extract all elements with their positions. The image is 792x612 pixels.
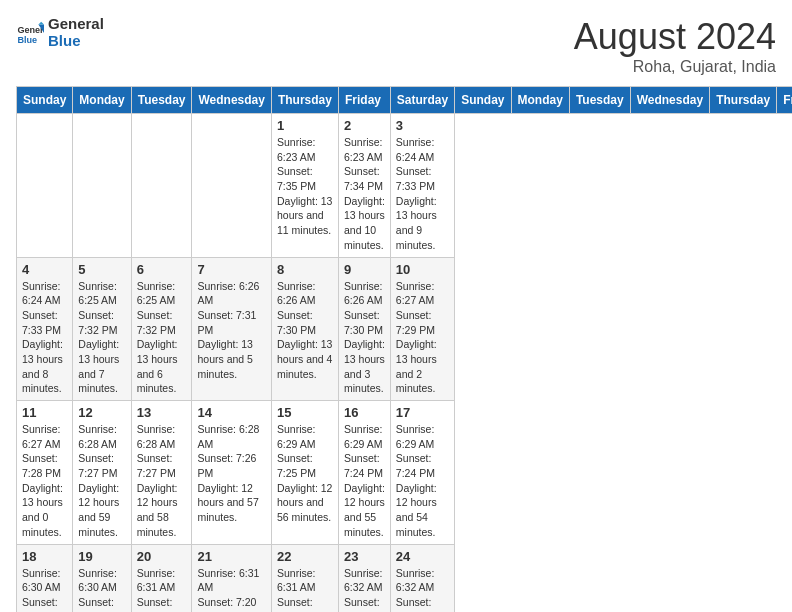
day-info: Sunrise: 6:31 AMSunset: 7:20 PMDaylight:… (197, 566, 265, 613)
col-header-sunday: Sunday (455, 87, 511, 114)
calendar-cell: 3Sunrise: 6:24 AMSunset: 7:33 PMDaylight… (390, 114, 454, 258)
day-info: Sunrise: 6:26 AMSunset: 7:30 PMDaylight:… (277, 279, 333, 382)
day-number: 24 (396, 549, 449, 564)
header-monday: Monday (73, 87, 131, 114)
logo-icon: General Blue (16, 19, 44, 47)
week-row-3: 11Sunrise: 6:27 AMSunset: 7:28 PMDayligh… (17, 401, 793, 545)
header-tuesday: Tuesday (131, 87, 192, 114)
day-info: Sunrise: 6:32 AMSunset: 7:18 PMDaylight:… (396, 566, 449, 613)
page-header: General Blue General Blue August 2024 Ro… (16, 16, 776, 76)
calendar-cell: 15Sunrise: 6:29 AMSunset: 7:25 PMDayligh… (271, 401, 338, 545)
calendar-cell: 16Sunrise: 6:29 AMSunset: 7:24 PMDayligh… (338, 401, 390, 545)
day-info: Sunrise: 6:29 AMSunset: 7:24 PMDaylight:… (396, 422, 449, 540)
calendar-cell: 2Sunrise: 6:23 AMSunset: 7:34 PMDaylight… (338, 114, 390, 258)
week-row-4: 18Sunrise: 6:30 AMSunset: 7:23 PMDayligh… (17, 544, 793, 612)
calendar-cell: 1Sunrise: 6:23 AMSunset: 7:35 PMDaylight… (271, 114, 338, 258)
col-header-thursday: Thursday (710, 87, 777, 114)
day-info: Sunrise: 6:30 AMSunset: 7:22 PMDaylight:… (78, 566, 125, 613)
day-info: Sunrise: 6:30 AMSunset: 7:23 PMDaylight:… (22, 566, 67, 613)
day-number: 3 (396, 118, 449, 133)
day-number: 13 (137, 405, 187, 420)
day-number: 15 (277, 405, 333, 420)
day-number: 16 (344, 405, 385, 420)
calendar-cell: 24Sunrise: 6:32 AMSunset: 7:18 PMDayligh… (390, 544, 454, 612)
day-info: Sunrise: 6:26 AMSunset: 7:30 PMDaylight:… (344, 279, 385, 397)
calendar-header-row: SundayMondayTuesdayWednesdayThursdayFrid… (17, 87, 793, 114)
calendar-cell: 5Sunrise: 6:25 AMSunset: 7:32 PMDaylight… (73, 257, 131, 401)
day-info: Sunrise: 6:24 AMSunset: 7:33 PMDaylight:… (22, 279, 67, 397)
header-sunday: Sunday (17, 87, 73, 114)
calendar-cell: 20Sunrise: 6:31 AMSunset: 7:21 PMDayligh… (131, 544, 192, 612)
day-number: 5 (78, 262, 125, 277)
day-number: 1 (277, 118, 333, 133)
day-info: Sunrise: 6:23 AMSunset: 7:35 PMDaylight:… (277, 135, 333, 238)
col-header-friday: Friday (777, 87, 792, 114)
day-info: Sunrise: 6:25 AMSunset: 7:32 PMDaylight:… (78, 279, 125, 397)
day-number: 23 (344, 549, 385, 564)
week-row-1: 1Sunrise: 6:23 AMSunset: 7:35 PMDaylight… (17, 114, 793, 258)
week-row-2: 4Sunrise: 6:24 AMSunset: 7:33 PMDaylight… (17, 257, 793, 401)
calendar-cell (192, 114, 271, 258)
calendar-cell: 14Sunrise: 6:28 AMSunset: 7:26 PMDayligh… (192, 401, 271, 545)
day-number: 2 (344, 118, 385, 133)
calendar-cell: 21Sunrise: 6:31 AMSunset: 7:20 PMDayligh… (192, 544, 271, 612)
day-number: 10 (396, 262, 449, 277)
day-number: 9 (344, 262, 385, 277)
day-number: 8 (277, 262, 333, 277)
calendar-cell (17, 114, 73, 258)
day-number: 11 (22, 405, 67, 420)
day-number: 12 (78, 405, 125, 420)
logo-line2: Blue (48, 33, 104, 50)
day-info: Sunrise: 6:32 AMSunset: 7:19 PMDaylight:… (344, 566, 385, 613)
day-number: 18 (22, 549, 67, 564)
day-info: Sunrise: 6:27 AMSunset: 7:29 PMDaylight:… (396, 279, 449, 397)
day-info: Sunrise: 6:31 AMSunset: 7:21 PMDaylight:… (137, 566, 187, 613)
col-header-monday: Monday (511, 87, 569, 114)
day-number: 14 (197, 405, 265, 420)
day-number: 19 (78, 549, 125, 564)
calendar-cell (73, 114, 131, 258)
calendar-cell: 6Sunrise: 6:25 AMSunset: 7:32 PMDaylight… (131, 257, 192, 401)
month-title: August 2024 (574, 16, 776, 58)
calendar-cell: 11Sunrise: 6:27 AMSunset: 7:28 PMDayligh… (17, 401, 73, 545)
calendar-cell: 8Sunrise: 6:26 AMSunset: 7:30 PMDaylight… (271, 257, 338, 401)
day-info: Sunrise: 6:28 AMSunset: 7:26 PMDaylight:… (197, 422, 265, 525)
svg-marker-3 (38, 21, 44, 24)
day-info: Sunrise: 6:25 AMSunset: 7:32 PMDaylight:… (137, 279, 187, 397)
location-subtitle: Roha, Gujarat, India (574, 58, 776, 76)
day-info: Sunrise: 6:23 AMSunset: 7:34 PMDaylight:… (344, 135, 385, 253)
header-thursday: Thursday (271, 87, 338, 114)
day-number: 6 (137, 262, 187, 277)
calendar-cell: 7Sunrise: 6:26 AMSunset: 7:31 PMDaylight… (192, 257, 271, 401)
day-info: Sunrise: 6:31 AMSunset: 7:19 PMDaylight:… (277, 566, 333, 613)
col-header-wednesday: Wednesday (630, 87, 709, 114)
calendar-cell: 22Sunrise: 6:31 AMSunset: 7:19 PMDayligh… (271, 544, 338, 612)
day-info: Sunrise: 6:27 AMSunset: 7:28 PMDaylight:… (22, 422, 67, 540)
day-info: Sunrise: 6:29 AMSunset: 7:25 PMDaylight:… (277, 422, 333, 525)
calendar-cell: 23Sunrise: 6:32 AMSunset: 7:19 PMDayligh… (338, 544, 390, 612)
day-info: Sunrise: 6:28 AMSunset: 7:27 PMDaylight:… (78, 422, 125, 540)
logo-line1: General (48, 16, 104, 33)
calendar-cell: 9Sunrise: 6:26 AMSunset: 7:30 PMDaylight… (338, 257, 390, 401)
calendar-cell: 18Sunrise: 6:30 AMSunset: 7:23 PMDayligh… (17, 544, 73, 612)
day-number: 17 (396, 405, 449, 420)
header-wednesday: Wednesday (192, 87, 271, 114)
logo: General Blue General Blue (16, 16, 104, 49)
day-info: Sunrise: 6:29 AMSunset: 7:24 PMDaylight:… (344, 422, 385, 540)
col-header-tuesday: Tuesday (569, 87, 630, 114)
svg-text:Blue: Blue (17, 34, 37, 44)
calendar-cell: 4Sunrise: 6:24 AMSunset: 7:33 PMDaylight… (17, 257, 73, 401)
day-info: Sunrise: 6:24 AMSunset: 7:33 PMDaylight:… (396, 135, 449, 253)
calendar-cell: 13Sunrise: 6:28 AMSunset: 7:27 PMDayligh… (131, 401, 192, 545)
calendar-cell: 17Sunrise: 6:29 AMSunset: 7:24 PMDayligh… (390, 401, 454, 545)
calendar-cell (131, 114, 192, 258)
calendar-cell: 19Sunrise: 6:30 AMSunset: 7:22 PMDayligh… (73, 544, 131, 612)
day-number: 22 (277, 549, 333, 564)
day-info: Sunrise: 6:26 AMSunset: 7:31 PMDaylight:… (197, 279, 265, 382)
calendar-cell: 10Sunrise: 6:27 AMSunset: 7:29 PMDayligh… (390, 257, 454, 401)
day-number: 20 (137, 549, 187, 564)
calendar-cell: 12Sunrise: 6:28 AMSunset: 7:27 PMDayligh… (73, 401, 131, 545)
header-saturday: Saturday (390, 87, 454, 114)
day-number: 4 (22, 262, 67, 277)
day-number: 7 (197, 262, 265, 277)
